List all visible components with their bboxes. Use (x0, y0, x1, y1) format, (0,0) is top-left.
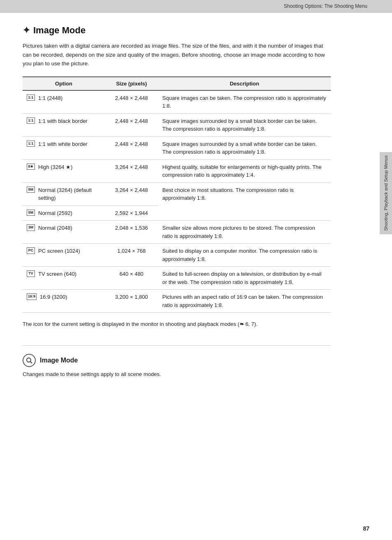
option-name: 1:1 with black border (38, 117, 88, 125)
option-icon: 1:1 (27, 118, 35, 124)
header-bar: Shooting Options: The Shooting Menu (0, 0, 392, 13)
option-name: 16:9 (3200) (40, 293, 67, 301)
main-content: ✦ Image Mode Pictures taken with a digit… (0, 13, 353, 391)
option-icon: PC (27, 247, 35, 254)
bottom-section-title: Image Mode (40, 357, 78, 364)
bottom-section-icon (23, 354, 36, 367)
option-name: Normal (3264) (default setting) (38, 186, 101, 202)
description-cell: Smaller size allows more pictures to be … (158, 221, 331, 244)
option-cell: 1:1 1:1 with black border (23, 113, 105, 136)
svg-line-1 (30, 362, 32, 363)
table-row: 1:1 1:1 with black border 2,448 × 2,448S… (23, 113, 331, 136)
page-title-icon: ✦ (23, 25, 30, 36)
description-cell: Pictures with an aspect ratio of 16:9 ca… (158, 290, 331, 313)
col-header-option: Option (23, 77, 105, 90)
size-cell: 3,200 × 1,800 (105, 290, 158, 313)
size-cell: 2,448 × 2,448 (105, 113, 158, 136)
option-cell: 1:1 1:1 with white border (23, 136, 105, 159)
option-cell: 5M Normal (2592) (23, 205, 105, 221)
col-header-desc: Description (158, 77, 331, 90)
page-title-block: ✦ Image Mode (23, 25, 331, 36)
option-cell: TV TV screen (640) (23, 267, 105, 290)
table-row: 8★ High (3264 ★) 3,264 × 2,448Highest qu… (23, 159, 331, 182)
option-icon: 3M (27, 224, 35, 231)
side-tab: Shooting, Playback and Setup Menus (380, 152, 392, 234)
option-name: 1:1 with white border (38, 140, 88, 148)
side-tab-text: Shooting, Playback and Setup Menus (383, 155, 389, 231)
option-icon: TV (27, 270, 35, 277)
option-cell: PC PC screen (1024) (23, 244, 105, 267)
table-row: TV TV screen (640) 640 × 480Suited to fu… (23, 267, 331, 290)
description-cell: Suited to full-screen display on a telev… (158, 267, 331, 290)
table-row: 16:9 16:9 (3200) 3,200 × 1,800Pictures w… (23, 290, 331, 313)
table-row: 8M Normal (3264) (default setting) 3,264… (23, 182, 331, 205)
bottom-title-block: Image Mode (23, 354, 331, 367)
size-cell: 2,448 × 2,448 (105, 136, 158, 159)
size-cell: 3,264 × 2,448 (105, 182, 158, 205)
size-cell: 2,448 × 2,448 (105, 90, 158, 114)
table-row: PC PC screen (1024) 1,024 × 768Suited to… (23, 244, 331, 267)
option-cell: 8★ High (3264 ★) (23, 159, 105, 182)
size-cell: 640 × 480 (105, 267, 158, 290)
option-cell: 1:1 1:1 (2448) (23, 90, 105, 114)
option-icon: 1:1 (27, 141, 35, 147)
option-name: High (3264 ★) (38, 163, 73, 171)
table-header-row: Option Size (pixels) Description (23, 77, 331, 90)
image-mode-table: Option Size (pixels) Description 1:1 1:1… (23, 76, 331, 313)
option-name: TV screen (640) (38, 270, 76, 278)
option-cell: 3M Normal (2048) (23, 221, 105, 244)
table-row: 1:1 1:1 with white border 2,448 × 2,448S… (23, 136, 331, 159)
description-cell: Square images can be taken. The compress… (158, 90, 331, 114)
table-row: 1:1 1:1 (2448) 2,448 × 2,448Square image… (23, 90, 331, 114)
option-cell: 8M Normal (3264) (default setting) (23, 182, 105, 205)
size-cell: 3,264 × 2,448 (105, 159, 158, 182)
description-cell: Suited to display on a computer monitor.… (158, 244, 331, 267)
size-cell: 2,048 × 1,536 (105, 221, 158, 244)
option-icon: 16:9 (27, 293, 37, 300)
option-name: PC screen (1024) (38, 247, 80, 255)
table-row: 3M Normal (2048) 2,048 × 1,536Smaller si… (23, 221, 331, 244)
description-cell: Best choice in most situations. The comp… (158, 182, 331, 221)
bottom-section-text: Changes made to these settings apply to … (23, 370, 331, 379)
size-cell: 2,592 × 1,944 (105, 205, 158, 221)
option-icon: 5M (27, 210, 35, 216)
option-name: 1:1 (2448) (38, 94, 62, 102)
footer-note: The icon for the current setting is disp… (23, 320, 331, 329)
description-cell: Highest quality, suitable for enlargemen… (158, 159, 331, 182)
option-cell: 16:9 16:9 (3200) (23, 290, 105, 313)
size-cell: 1,024 × 768 (105, 244, 158, 267)
header-title: Shooting Options: The Shooting Menu (284, 3, 367, 9)
option-icon: 1:1 (27, 95, 35, 101)
bottom-section: Image Mode Changes made to these setting… (23, 345, 331, 379)
col-header-size: Size (pixels) (105, 77, 158, 90)
option-name: Normal (2048) (38, 224, 72, 232)
svg-point-0 (27, 358, 31, 362)
option-icon: 8★ (27, 164, 35, 170)
description-cell: Square images surrounded by a small whit… (158, 136, 331, 159)
page-number: 87 (363, 525, 369, 532)
option-name: Normal (2592) (38, 209, 72, 217)
description-cell: Square images surrounded by a small blac… (158, 113, 331, 136)
intro-text: Pictures taken with a digital camera are… (23, 42, 331, 68)
option-icon: 8M (27, 187, 35, 193)
page-title: Image Mode (33, 25, 85, 36)
